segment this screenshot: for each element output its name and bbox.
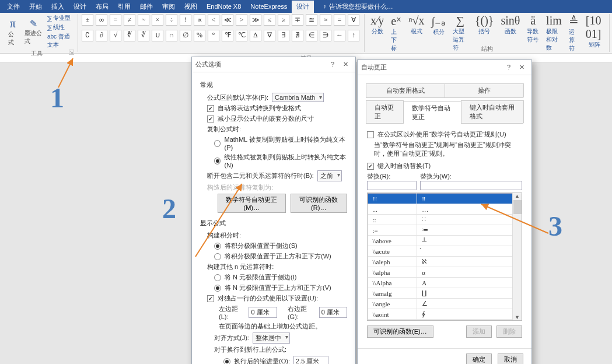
autocorrect-row[interactable]: ::∷ [368,215,522,225]
structure-button[interactable]: ⁿ√x根式 [406,14,426,44]
symbol-cell[interactable]: ∜ [138,30,149,41]
symbol-cell[interactable]: < [208,14,219,26]
symbol-cell[interactable]: ∁ [82,30,93,41]
autocorrect-row[interactable]: \\alephℵ [368,257,522,267]
structure-button[interactable]: eˣ上下标 [389,14,404,44]
tab-endnote[interactable]: EndNote X8 [202,1,246,12]
symbol-cell[interactable]: ≫ [250,14,261,26]
autocorrect-row[interactable]: \\amalg∐ [368,288,522,299]
symbol-cell[interactable]: ≡ [334,14,345,26]
symbol-cell[interactable]: ≅ [306,14,317,26]
math-autocorrect-button[interactable]: 数学符号自动更正(M)… [218,194,286,213]
tab-layout[interactable]: 布局 [91,1,113,13]
delete-button[interactable]: 删除 [496,326,522,338]
copy-mathml-radio[interactable] [214,140,221,147]
symbol-cell[interactable]: ÷ [166,14,177,26]
symbol-cell[interactable]: ∄ [292,30,303,41]
symbol-cell[interactable]: ≤ [264,14,275,26]
cancel-button[interactable]: 取消 [498,354,523,364]
autocorrect-row[interactable]: \\acuté [368,246,522,257]
autocorrect-tab[interactable]: 自动更正 [366,100,404,123]
math-autocorrect-tab[interactable]: 数学符号自动更正 [403,101,461,124]
symbol-cell[interactable]: = [110,14,121,26]
with-input[interactable] [420,181,522,190]
symbol-cell[interactable]: ∞ [96,14,107,26]
autocorrect-row[interactable]: ...… [368,204,522,215]
own-line-checkbox[interactable] [207,295,214,302]
use-outside-checkbox[interactable] [367,131,374,138]
symbol-cell[interactable]: ∛ [124,30,135,41]
symbol-cell[interactable]: ~ [138,14,149,26]
symbol-cell[interactable]: ∝ [194,14,205,26]
autocorrect-row[interactable]: :=≔ [368,225,522,236]
recognized-functions-button[interactable]: 可识别的函数(E)… [367,326,433,338]
symbol-cell[interactable]: ≈ [320,14,331,26]
autoformat-top-tab[interactable]: 自动套用格式 [366,83,445,97]
integral-side-radio[interactable] [214,243,221,250]
symbol-cell[interactable]: ↑ [348,30,359,41]
tell-me-hint[interactable]: ♀ 告诉我您想要做什么… [322,2,393,11]
structure-button[interactable]: lim极限和对数 [544,14,564,44]
indent-input[interactable]: 2.5 厘米 [293,356,328,364]
symbol-cell[interactable]: ≪ [222,14,233,26]
autocorrect-row[interactable]: \\alphaα [368,267,522,278]
structure-button[interactable]: [10 01]矩阵 [583,14,606,44]
reduce-fraction-checkbox[interactable] [207,116,214,123]
symbol-cell[interactable]: ℃ [236,30,247,41]
structure-button[interactable]: ≜运算符 [566,14,581,44]
symbol-cell[interactable]: ≠ [124,14,135,26]
autocorrect-row[interactable]: \\aoint∳ [368,309,522,320]
symbol-cell[interactable]: ∃ [278,30,289,41]
help-icon[interactable]: ? [502,64,515,71]
linear-toggle[interactable]: ⅀ 线性 [47,23,74,32]
tab-view[interactable]: 视图 [180,1,202,13]
autocorrect-list[interactable]: !!‼...…::∷:=≔\\above┴\\acuté\\alephℵ\\a… [367,192,522,321]
symbol-cell[interactable]: ∀ [348,14,359,26]
tab-design[interactable]: 设计 [69,1,91,13]
symbol-cell[interactable]: ∈ [306,30,317,41]
close-icon[interactable]: ✕ [515,64,528,71]
copy-linear-radio[interactable] [214,158,221,164]
recognized-functions-button[interactable]: 可识别的函数(R)… [291,194,348,213]
replace-typing-checkbox[interactable] [367,163,374,170]
nary-side-radio[interactable] [214,274,221,281]
structure-button[interactable]: ∫₋ₐ积分 [429,14,448,44]
default-font-select[interactable]: Cambria Math [272,93,324,102]
replace-input[interactable] [367,181,417,190]
autoformat-typing-tab[interactable]: 键入时自动套用格式 [461,100,524,123]
structure-button[interactable]: ä导数符号 [524,14,541,44]
structure-button[interactable]: sinθ函数 [498,14,522,44]
right-margin-input[interactable]: 0 厘米 [319,307,347,318]
tab-insert[interactable]: 插入 [47,1,69,13]
autocorrect-row[interactable]: !!‼ [368,194,522,204]
tab-home[interactable]: 开始 [25,1,47,13]
ink-equation-button[interactable]: ✎墨迹公式 [22,14,45,49]
tab-references[interactable]: 引用 [113,1,135,13]
symbol-cell[interactable]: ° [208,30,219,41]
help-icon[interactable]: ? [326,61,339,68]
autocorrect-row[interactable]: \\above┴ [368,236,522,246]
break-select[interactable]: 之前 [317,170,342,181]
alignment-select[interactable]: 整体居中 [253,332,290,344]
symbol-cell[interactable]: ± [82,14,93,26]
tab-equation-design[interactable]: 设计 [292,1,314,13]
symbol-cell[interactable]: ∆ [250,30,261,41]
auto-professional-checkbox[interactable] [207,105,214,112]
symbol-cell[interactable]: ≥ [278,14,289,26]
scrollbar[interactable]: ▲▼ [512,193,522,320]
autocorrect-row[interactable]: \\AlphaΑ [368,278,522,288]
autocorrect-row[interactable]: \\approx≈ [368,320,522,321]
structure-button[interactable]: ∑大型运算符 [450,14,470,44]
add-button[interactable]: 添加 [466,326,492,338]
integral-above-radio[interactable] [214,253,221,260]
symbol-cell[interactable]: ∪ [152,30,163,41]
professional-toggle[interactable]: ⅀ 专业型 [47,14,74,22]
structure-button[interactable]: x⁄y分数 [368,14,386,44]
symbol-cell[interactable]: ∅ [180,30,191,41]
tab-file[interactable]: 文件 [2,1,25,13]
symbol-cell[interactable]: ! [180,14,191,26]
nary-above-radio[interactable] [214,285,221,292]
equation-button[interactable]: π公式 [6,14,20,49]
plain-text-toggle[interactable]: abc 普通文本 [47,33,74,49]
tab-review[interactable]: 审阅 [158,1,180,13]
